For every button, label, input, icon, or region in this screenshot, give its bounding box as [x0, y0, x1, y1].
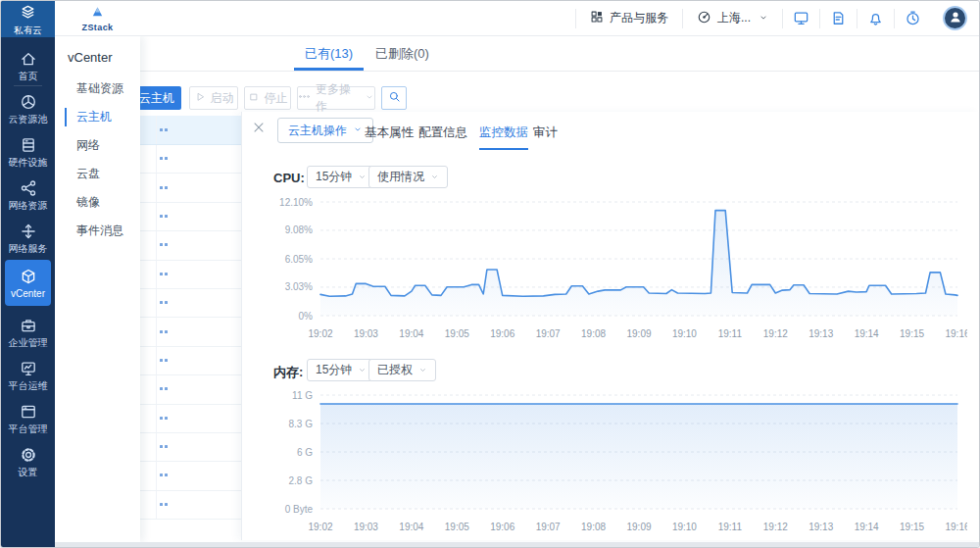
chart-control-dropdown[interactable]: 15分钟 [307, 166, 375, 188]
flyout-item-5[interactable]: 事件消息 [55, 217, 140, 245]
detail-tab-1[interactable]: 配置信息 [418, 124, 467, 147]
ellipsis-icon [298, 90, 311, 103]
row-peek-icon [160, 215, 163, 218]
monitor-button[interactable] [783, 1, 819, 35]
vm-list [140, 116, 241, 542]
vm-row[interactable] [140, 405, 241, 433]
search-icon [388, 90, 401, 106]
y-axis-label: 9.08% [285, 224, 313, 235]
sidebar-item-hardware[interactable]: 硬件设施 [1, 136, 55, 168]
main-tabbar: 已有(13)已删除(0) [140, 36, 979, 72]
row-peek-icon [160, 243, 163, 246]
vm-detail-panel: 云主机操作 基本属性配置信息监控数据审计 CPU: 15分钟使用情况 0%3.0… [241, 112, 978, 540]
vm-row-selected[interactable] [140, 116, 241, 145]
vm-row[interactable] [140, 231, 241, 260]
x-axis-label: 19:07 [536, 328, 561, 339]
x-axis-label: 19:03 [354, 328, 378, 339]
flyout-items: 基础资源云主机网络云盘镜像事件消息 [55, 75, 140, 245]
x-axis-label: 19:02 [308, 328, 332, 339]
sidebar-item-label: 云资源池 [1, 114, 55, 125]
flyout-item-2[interactable]: 网络 [55, 131, 140, 160]
vm-row[interactable] [140, 174, 241, 202]
vm-row[interactable] [140, 491, 241, 520]
vm-row[interactable] [140, 462, 241, 490]
flyout-item-1[interactable]: 云主机 [55, 103, 140, 131]
row-peek-icon [160, 445, 163, 448]
chart-control-dropdown[interactable]: 使用情况 [368, 166, 448, 188]
chart-control-dropdown[interactable]: 15分钟 [307, 359, 375, 381]
layers-icon [20, 4, 36, 21]
briefcase-icon [20, 317, 37, 334]
region-icon [697, 10, 711, 27]
sidebar-item-home[interactable]: 首页 [1, 50, 55, 81]
sidebar-item-enterprise[interactable]: 企业管理 [1, 317, 55, 348]
person-icon [948, 9, 963, 28]
vm-row[interactable] [140, 145, 241, 174]
bell-button[interactable] [858, 1, 894, 35]
avatar[interactable] [943, 6, 967, 30]
more-actions-button[interactable]: 更多操作 [297, 86, 375, 110]
horizontal-scrollbar[interactable] [55, 542, 979, 548]
stop-button[interactable]: 停止 [244, 86, 291, 110]
flyout-item-3[interactable]: 云盘 [55, 160, 140, 188]
flyout-item-4[interactable]: 镜像 [55, 188, 140, 217]
home-icon [20, 50, 37, 68]
network-resource-icon [20, 179, 37, 197]
region-icon [697, 10, 711, 25]
vm-row[interactable] [140, 375, 241, 404]
sidebar-item-label: vCenter [5, 288, 51, 299]
x-axis-label: 19:09 [626, 328, 651, 339]
search-button[interactable] [381, 86, 407, 110]
tab-0[interactable]: 已有(13) [305, 36, 353, 71]
sidebar-item-vcenter[interactable]: vCenter [5, 260, 51, 306]
vm-row[interactable] [140, 289, 241, 318]
row-peek-icon [160, 473, 163, 476]
vm-row[interactable] [140, 347, 241, 375]
chevron-down-icon [358, 366, 367, 374]
chevron-down-icon [759, 12, 768, 25]
zstack-logo-text: ZStack [82, 23, 114, 32]
products-menu[interactable]: 产品与服务 [576, 1, 682, 35]
x-axis-label: 19:15 [900, 328, 924, 339]
play-icon [194, 91, 206, 103]
flyout-item-0[interactable]: 基础资源 [55, 75, 140, 103]
start-button[interactable]: 启动 [189, 86, 238, 110]
y-axis-label: 3.03% [285, 281, 313, 292]
vm-row[interactable] [140, 318, 241, 346]
row-peek-icon [160, 330, 163, 333]
chart-control-dropdown[interactable]: 已授权 [368, 359, 436, 381]
network-service-icon [20, 223, 37, 240]
region-selector[interactable]: 上海... [683, 1, 782, 35]
y-axis-label: 6.05% [285, 254, 313, 265]
x-axis-label: 19:05 [445, 328, 469, 339]
sidebar-item-network-service[interactable]: 网络服务 [1, 223, 55, 254]
memory-chart-svg: 0 Byte2.8 G6 G8.3 G11 G19:0219:0319:0419… [267, 382, 967, 544]
detail-tab-3[interactable]: 审计 [533, 124, 558, 147]
history-button[interactable] [895, 1, 931, 35]
primary-sidebar: 私有云 首页云资源池硬件设施网络资源网络服务vCenter企业管理平台运维平台管… [1, 1, 55, 547]
brand-label: 私有云 [14, 25, 42, 35]
detail-tab-2[interactable]: 监控数据 [479, 124, 528, 147]
vm-row[interactable] [140, 203, 241, 231]
close-icon[interactable] [252, 121, 271, 140]
document-button[interactable] [820, 1, 857, 35]
sidebar-brand[interactable]: 私有云 [1, 1, 55, 37]
vm-row[interactable] [140, 261, 241, 289]
vm-actions-button[interactable]: 云主机操作 [277, 118, 373, 143]
chevron-down-icon [365, 92, 374, 102]
tab-1[interactable]: 已删除(0) [375, 36, 429, 71]
bell-icon [867, 10, 884, 26]
zstack-logo[interactable]: ZStack [55, 5, 140, 32]
hardware-icon [20, 136, 37, 154]
sidebar-item-resource-pool[interactable]: 云资源池 [1, 93, 55, 125]
detail-tab-0[interactable]: 基本属性 [365, 124, 414, 147]
sidebar-item-platform-ops[interactable]: 平台运维 [1, 360, 55, 391]
x-axis-label: 19:09 [626, 522, 651, 532]
sidebar-item-settings[interactable]: 设置 [1, 446, 55, 477]
products-label: 产品与服务 [610, 10, 668, 26]
x-axis-label: 19:10 [672, 522, 697, 532]
chevron-down-icon [759, 13, 768, 23]
vm-row[interactable] [140, 433, 241, 462]
sidebar-item-platform-admin[interactable]: 平台管理 [1, 403, 55, 434]
sidebar-item-network-resource[interactable]: 网络资源 [1, 179, 55, 211]
